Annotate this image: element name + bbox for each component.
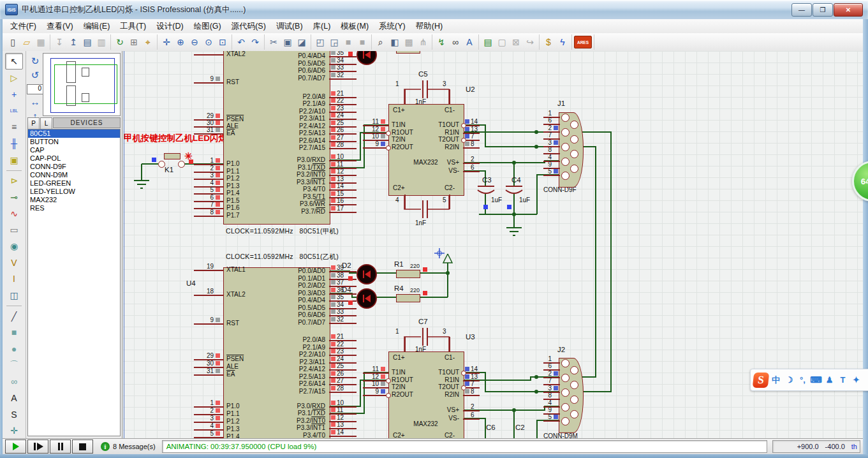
block-rotate-icon[interactable]: ■ — [341, 35, 355, 49]
device-list-item[interactable]: CAP-POL — [28, 154, 120, 163]
graphics-path-mode-icon[interactable]: ∞ — [6, 374, 22, 389]
block-copy-icon[interactable]: ◰ — [313, 35, 327, 49]
electrical-rules-check-icon[interactable]: ϟ — [555, 35, 570, 49]
zoom-all-icon[interactable]: ⊙ — [202, 35, 216, 49]
menu-graph[interactable]: 绘图(G) — [189, 20, 226, 33]
device-list-item[interactable]: BUTTON — [28, 138, 120, 146]
device-list-item[interactable]: CONN-D9F — [28, 163, 120, 171]
menu-edit[interactable]: 编辑(E) — [78, 20, 115, 33]
soft-keyboard-icon[interactable]: ⌨ — [809, 373, 823, 387]
menu-debug[interactable]: 调试(B) — [271, 20, 308, 33]
button-k1[interactable] — [164, 153, 180, 159]
virtual-instruments-mode-icon[interactable]: ◫ — [6, 288, 22, 303]
close-button[interactable]: ✕ — [834, 3, 863, 17]
device-list-item[interactable]: LED-YELLOW — [28, 188, 120, 196]
cap-c7[interactable] — [422, 328, 423, 346]
bus-mode-icon[interactable]: ╫ — [6, 136, 22, 151]
goto-sheet-icon[interactable]: ↪ — [523, 35, 537, 49]
led-d4[interactable] — [357, 288, 377, 309]
export-section-icon[interactable]: ↥ — [66, 35, 80, 49]
pause-button[interactable] — [50, 440, 71, 454]
design-explorer-icon[interactable]: ▤ — [481, 35, 495, 49]
skin-center-icon[interactable]: T — [836, 373, 850, 387]
menu-tools[interactable]: 工具(T) — [115, 20, 151, 33]
play-button[interactable] — [5, 440, 26, 454]
terminal-mode-icon[interactable]: ⊳ — [6, 174, 22, 189]
graphics-circle-mode-icon[interactable]: ● — [6, 341, 22, 357]
device-list-item[interactable]: 80C51 — [28, 129, 120, 138]
led-d2[interactable] — [357, 264, 377, 284]
junction-dot-mode-icon[interactable]: + — [6, 87, 22, 102]
device-list[interactable]: 80C51BUTTONCAPCAP-POLCONN-D9FCONN-D9MLED… — [27, 129, 121, 436]
device-list-item[interactable]: CAP — [28, 146, 120, 154]
wire-autorouter-icon[interactable]: ↯ — [434, 35, 448, 49]
text-script-mode-icon[interactable]: ≡ — [6, 120, 22, 135]
punctuation-toggle-icon[interactable]: °, — [796, 373, 809, 387]
center-at-cursor-icon[interactable]: ✛ — [159, 35, 173, 49]
account-icon[interactable]: ♟ — [823, 373, 836, 387]
rotate-clockwise-button[interactable]: ↻ — [31, 55, 40, 68]
new-sheet-icon[interactable]: ▢ — [495, 35, 509, 49]
import-section-icon[interactable]: ↧ — [52, 35, 66, 49]
selection-mode-icon[interactable]: ↖ — [5, 53, 23, 70]
bill-of-materials-icon[interactable]: $ — [541, 35, 555, 49]
pick-devices-button[interactable]: P — [27, 117, 40, 129]
sogou-logo-icon[interactable]: S — [753, 373, 770, 388]
resistor-partial-top[interactable] — [396, 51, 420, 54]
undo-icon[interactable]: ↶ — [234, 35, 248, 49]
cap-c5[interactable] — [422, 80, 423, 98]
save-design-icon[interactable]: ▦ — [34, 35, 48, 49]
zoom-area-icon[interactable]: ⊡ — [216, 35, 230, 49]
pick-device-icon[interactable]: ⌕ — [374, 35, 388, 49]
make-device-icon[interactable]: ◧ — [388, 35, 402, 49]
marker-mode-icon[interactable]: ✛ — [6, 423, 22, 438]
library-manager-button[interactable]: L — [40, 117, 52, 129]
decompose-icon[interactable]: ⋔ — [416, 35, 430, 49]
copy-icon[interactable]: ▣ — [281, 35, 295, 49]
menu-help[interactable]: 帮助(H) — [411, 20, 448, 33]
graphics-line-mode-icon[interactable]: ╱ — [6, 309, 22, 324]
toolbox-icon[interactable]: ✦ — [850, 373, 863, 387]
minimize-button[interactable]: — — [791, 3, 812, 17]
restore-button[interactable]: ❐ — [813, 3, 833, 17]
sogou-input-toolbar[interactable]: S 中☽°,⌨♟T✦ — [750, 369, 868, 391]
menu-design[interactable]: 设计(D) — [151, 20, 188, 33]
block-move-icon[interactable]: ◲ — [327, 35, 341, 49]
device-list-item[interactable]: CONN-D9M — [28, 171, 120, 179]
rotation-angle-field[interactable]: 0 — [27, 84, 43, 94]
component-mode-icon[interactable]: ▷ — [6, 71, 22, 86]
redraw-display-icon[interactable]: ↻ — [113, 35, 127, 49]
chinese-english-toggle-icon[interactable]: 中 — [769, 373, 783, 387]
subcircuit-mode-icon[interactable]: ▣ — [6, 152, 22, 168]
property-assignment-tool-icon[interactable]: A — [462, 35, 476, 49]
led-partial-top[interactable] — [357, 51, 377, 65]
menu-file[interactable]: 文件(F) — [5, 20, 41, 33]
title-bar[interactable]: ISIS 甲机通过串口控制乙机LED闪烁 - ISIS Professional… — [0, 0, 868, 20]
step-button[interactable] — [27, 440, 48, 454]
tape-recorder-mode-icon[interactable]: ▭ — [6, 223, 22, 238]
false-origin-icon[interactable]: ⌖ — [141, 35, 155, 49]
resistor-r4[interactable] — [396, 294, 420, 302]
new-file-icon[interactable]: ▯ — [6, 35, 20, 49]
print-design-icon[interactable]: ▤ — [80, 35, 94, 49]
resistor-r1[interactable] — [396, 270, 420, 278]
menu-source[interactable]: 源代码(S) — [226, 20, 271, 33]
graphics-arc-mode-icon[interactable]: ⌒ — [6, 358, 22, 373]
remove-sheet-icon[interactable]: ⊠ — [509, 35, 523, 49]
device-list-item[interactable]: MAX232 — [28, 196, 120, 204]
full-half-shape-toggle-icon[interactable]: ☽ — [783, 373, 796, 387]
redo-icon[interactable]: ↷ — [248, 35, 262, 49]
device-list-item[interactable]: RES — [28, 204, 120, 212]
message-count[interactable]: 8 Message(s) — [113, 443, 156, 450]
menu-library[interactable]: 库(L) — [308, 20, 336, 33]
message-info-icon[interactable]: i — [101, 442, 110, 451]
zoom-in-icon[interactable]: ⊕ — [173, 35, 188, 49]
menu-system[interactable]: 系统(Y) — [374, 20, 411, 33]
voltage-probe-mode-icon[interactable]: V — [6, 255, 22, 270]
open-design-icon[interactable]: ▱ — [20, 35, 34, 49]
cut-icon[interactable]: ✂ — [267, 35, 281, 49]
device-pin-mode-icon[interactable]: ⊸ — [6, 189, 22, 205]
cap-c1[interactable] — [422, 200, 423, 218]
zoom-out-icon[interactable]: ⊖ — [188, 35, 202, 49]
rotate-anticlockwise-button[interactable]: ↺ — [31, 70, 40, 82]
